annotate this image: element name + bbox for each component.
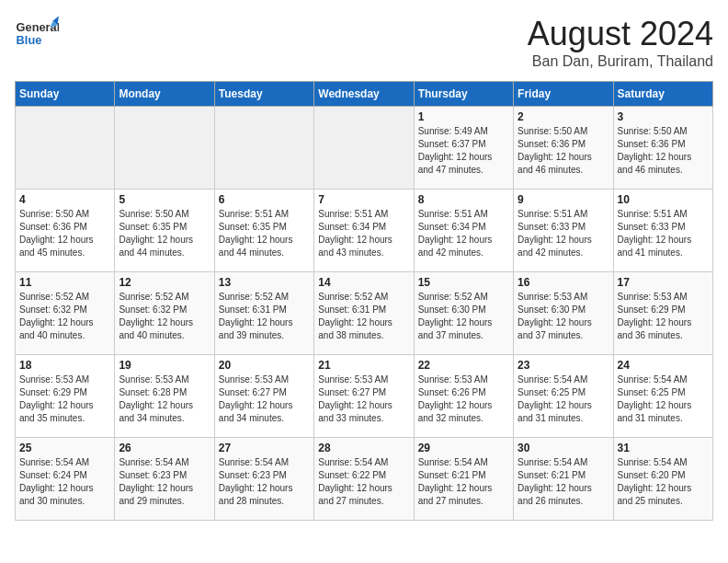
day-info: Sunrise: 5:53 AM Sunset: 6:27 PM Dayligh… [219, 373, 310, 425]
week-row-1: 1Sunrise: 5:49 AM Sunset: 6:37 PM Daylig… [16, 107, 713, 190]
day-info: Sunrise: 5:53 AM Sunset: 6:29 PM Dayligh… [19, 373, 110, 425]
day-info: Sunrise: 5:51 AM Sunset: 6:35 PM Dayligh… [219, 208, 310, 259]
day-info: Sunrise: 5:54 AM Sunset: 6:23 PM Dayligh… [119, 456, 210, 508]
day-number: 18 [19, 359, 110, 372]
day-cell: 28Sunrise: 5:54 AM Sunset: 6:22 PM Dayli… [314, 438, 414, 521]
day-cell: 18Sunrise: 5:53 AM Sunset: 6:29 PM Dayli… [16, 355, 115, 438]
day-info: Sunrise: 5:54 AM Sunset: 6:21 PM Dayligh… [518, 456, 609, 508]
day-cell: 11Sunrise: 5:52 AM Sunset: 6:32 PM Dayli… [16, 272, 115, 355]
day-info: Sunrise: 5:54 AM Sunset: 6:24 PM Dayligh… [19, 456, 110, 508]
day-info: Sunrise: 5:54 AM Sunset: 6:20 PM Dayligh… [618, 456, 709, 508]
weekday-header-wednesday: Wednesday [314, 82, 414, 107]
day-cell: 10Sunrise: 5:51 AM Sunset: 6:33 PM Dayli… [613, 190, 712, 272]
title-area: August 2024 Ban Dan, Buriram, Thailand [528, 15, 713, 70]
day-info: Sunrise: 5:52 AM Sunset: 6:31 PM Dayligh… [219, 291, 310, 342]
logo-icon: General Blue [15, 15, 59, 52]
day-cell: 2Sunrise: 5:50 AM Sunset: 6:36 PM Daylig… [514, 107, 613, 190]
day-number: 9 [518, 193, 609, 206]
day-number: 26 [119, 442, 210, 454]
day-info: Sunrise: 5:53 AM Sunset: 6:27 PM Dayligh… [318, 373, 409, 425]
day-number: 10 [618, 193, 709, 206]
weekday-header-thursday: Thursday [414, 82, 513, 107]
week-row-2: 4Sunrise: 5:50 AM Sunset: 6:36 PM Daylig… [16, 190, 713, 272]
day-info: Sunrise: 5:50 AM Sunset: 6:35 PM Dayligh… [119, 208, 210, 259]
day-info: Sunrise: 5:51 AM Sunset: 6:34 PM Dayligh… [318, 208, 409, 259]
day-number: 21 [318, 359, 409, 372]
day-cell: 26Sunrise: 5:54 AM Sunset: 6:23 PM Dayli… [115, 438, 214, 521]
day-cell: 13Sunrise: 5:52 AM Sunset: 6:31 PM Dayli… [214, 272, 313, 355]
day-info: Sunrise: 5:53 AM Sunset: 6:29 PM Dayligh… [618, 291, 709, 342]
day-number: 20 [219, 359, 310, 372]
day-number: 22 [418, 359, 509, 372]
day-number: 19 [119, 359, 210, 372]
day-cell: 15Sunrise: 5:52 AM Sunset: 6:30 PM Dayli… [414, 272, 513, 355]
day-cell: 21Sunrise: 5:53 AM Sunset: 6:27 PM Dayli… [314, 355, 414, 438]
week-row-3: 11Sunrise: 5:52 AM Sunset: 6:32 PM Dayli… [16, 272, 713, 355]
day-cell: 25Sunrise: 5:54 AM Sunset: 6:24 PM Dayli… [16, 438, 115, 521]
day-info: Sunrise: 5:52 AM Sunset: 6:32 PM Dayligh… [19, 291, 110, 342]
day-cell: 19Sunrise: 5:53 AM Sunset: 6:28 PM Dayli… [115, 355, 214, 438]
day-number: 12 [119, 276, 210, 289]
day-info: Sunrise: 5:49 AM Sunset: 6:37 PM Dayligh… [418, 125, 509, 177]
day-cell: 9Sunrise: 5:51 AM Sunset: 6:33 PM Daylig… [514, 190, 613, 272]
logo: General Blue [15, 15, 59, 52]
day-cell: 4Sunrise: 5:50 AM Sunset: 6:36 PM Daylig… [16, 190, 115, 272]
day-number: 4 [19, 193, 110, 206]
day-number: 15 [418, 276, 509, 289]
day-info: Sunrise: 5:53 AM Sunset: 6:26 PM Dayligh… [418, 373, 509, 425]
day-info: Sunrise: 5:52 AM Sunset: 6:31 PM Dayligh… [318, 291, 409, 342]
day-number: 6 [219, 193, 310, 206]
weekday-header-monday: Monday [115, 82, 214, 107]
day-cell: 1Sunrise: 5:49 AM Sunset: 6:37 PM Daylig… [414, 107, 513, 190]
day-number: 17 [618, 276, 709, 289]
day-info: Sunrise: 5:54 AM Sunset: 6:23 PM Dayligh… [219, 456, 310, 508]
location-subtitle: Ban Dan, Buriram, Thailand [528, 53, 713, 70]
day-info: Sunrise: 5:50 AM Sunset: 6:36 PM Dayligh… [518, 125, 609, 177]
day-number: 28 [318, 442, 409, 454]
week-row-5: 25Sunrise: 5:54 AM Sunset: 6:24 PM Dayli… [16, 438, 713, 521]
day-info: Sunrise: 5:53 AM Sunset: 6:30 PM Dayligh… [518, 291, 609, 342]
day-info: Sunrise: 5:53 AM Sunset: 6:28 PM Dayligh… [119, 373, 210, 425]
day-number: 23 [518, 359, 609, 372]
day-info: Sunrise: 5:54 AM Sunset: 6:22 PM Dayligh… [318, 456, 409, 508]
day-cell: 22Sunrise: 5:53 AM Sunset: 6:26 PM Dayli… [414, 355, 513, 438]
day-cell: 31Sunrise: 5:54 AM Sunset: 6:20 PM Dayli… [613, 438, 712, 521]
day-cell [314, 107, 414, 190]
day-cell: 8Sunrise: 5:51 AM Sunset: 6:34 PM Daylig… [414, 190, 513, 272]
day-cell: 5Sunrise: 5:50 AM Sunset: 6:35 PM Daylig… [115, 190, 214, 272]
day-number: 14 [318, 276, 409, 289]
day-cell: 12Sunrise: 5:52 AM Sunset: 6:32 PM Dayli… [115, 272, 214, 355]
week-row-4: 18Sunrise: 5:53 AM Sunset: 6:29 PM Dayli… [16, 355, 713, 438]
day-number: 30 [518, 442, 609, 454]
day-cell: 17Sunrise: 5:53 AM Sunset: 6:29 PM Dayli… [613, 272, 712, 355]
day-cell: 29Sunrise: 5:54 AM Sunset: 6:21 PM Dayli… [414, 438, 513, 521]
day-info: Sunrise: 5:54 AM Sunset: 6:21 PM Dayligh… [418, 456, 509, 508]
day-cell: 16Sunrise: 5:53 AM Sunset: 6:30 PM Dayli… [514, 272, 613, 355]
weekday-header-friday: Friday [514, 82, 613, 107]
weekday-header-sunday: Sunday [16, 82, 115, 107]
day-info: Sunrise: 5:51 AM Sunset: 6:34 PM Dayligh… [418, 208, 509, 259]
weekday-header-tuesday: Tuesday [214, 82, 313, 107]
day-number: 11 [19, 276, 110, 289]
day-number: 31 [618, 442, 709, 454]
month-year-title: August 2024 [528, 15, 713, 53]
day-cell: 3Sunrise: 5:50 AM Sunset: 6:36 PM Daylig… [613, 107, 712, 190]
day-cell: 23Sunrise: 5:54 AM Sunset: 6:25 PM Dayli… [514, 355, 613, 438]
day-number: 1 [418, 110, 509, 123]
day-number: 3 [618, 110, 709, 123]
day-info: Sunrise: 5:52 AM Sunset: 6:32 PM Dayligh… [119, 291, 210, 342]
day-cell: 14Sunrise: 5:52 AM Sunset: 6:31 PM Dayli… [314, 272, 414, 355]
day-info: Sunrise: 5:54 AM Sunset: 6:25 PM Dayligh… [618, 373, 709, 425]
day-info: Sunrise: 5:52 AM Sunset: 6:30 PM Dayligh… [418, 291, 509, 342]
day-number: 16 [518, 276, 609, 289]
day-cell [16, 107, 115, 190]
weekday-header-row: SundayMondayTuesdayWednesdayThursdayFrid… [16, 82, 713, 107]
day-number: 5 [119, 193, 210, 206]
day-info: Sunrise: 5:50 AM Sunset: 6:36 PM Dayligh… [618, 125, 709, 177]
calendar-table: SundayMondayTuesdayWednesdayThursdayFrid… [15, 81, 713, 521]
header: General Blue August 2024 Ban Dan, Burira… [15, 15, 713, 70]
day-cell [115, 107, 214, 190]
day-info: Sunrise: 5:51 AM Sunset: 6:33 PM Dayligh… [518, 208, 609, 259]
svg-text:Blue: Blue [17, 33, 42, 47]
day-cell [214, 107, 313, 190]
